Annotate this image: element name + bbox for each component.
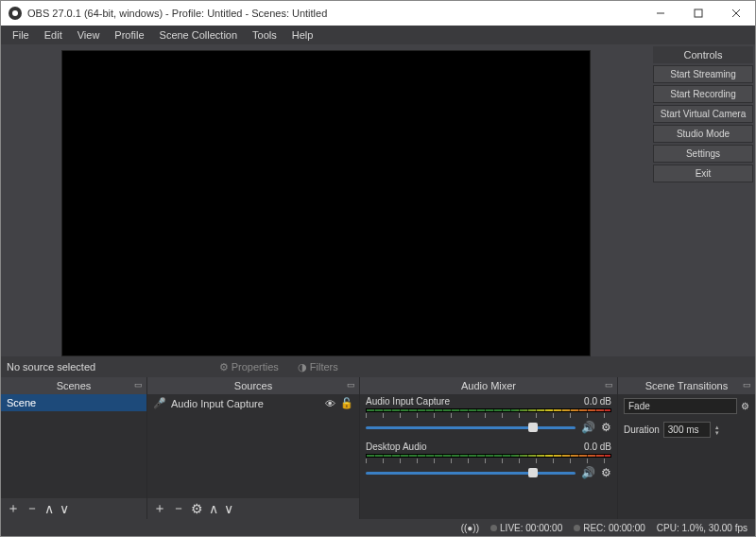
mixer-channel: Audio Input Capture0.0 dB 🔊 ⚙ [360, 394, 617, 440]
source-settings-button[interactable]: ⚙ [191, 501, 203, 516]
mic-icon: 🎤 [153, 397, 166, 409]
live-dot-icon [490, 525, 497, 531]
duration-input[interactable]: 300 ms [663, 422, 711, 438]
preview-canvas[interactable] [61, 50, 591, 356]
app-window: OBS 27.0.1 (64-bit, windows) - Profile: … [0, 0, 756, 537]
source-toolbar: No source selected ⚙Properties ◑Filters [1, 356, 755, 377]
source-label: Audio Input Capture [171, 398, 264, 409]
duration-label: Duration [624, 424, 660, 435]
obs-logo-icon [9, 7, 22, 20]
channel-gear-icon[interactable]: ⚙ [601, 421, 611, 434]
transition-gear-icon[interactable]: ⚙ [741, 401, 749, 411]
start-recording-button[interactable]: Start Recording [653, 85, 753, 103]
channel-db: 0.0 dB [584, 396, 611, 407]
filters-button[interactable]: ◑Filters [292, 359, 344, 375]
add-source-button[interactable]: ＋ [153, 500, 166, 517]
sources-dock: Sources▭ 🎤 Audio Input Capture 👁 🔓 ＋ － ⚙… [147, 377, 360, 519]
remove-scene-button[interactable]: － [26, 500, 39, 517]
svg-rect-1 [695, 9, 702, 17]
menu-profile[interactable]: Profile [107, 27, 151, 43]
scenes-title: Scenes [57, 380, 92, 391]
channel-gear-icon[interactable]: ⚙ [601, 466, 611, 479]
speaker-icon[interactable]: 🔊 [581, 466, 595, 479]
broadcast-icon: ((●)) [461, 523, 479, 533]
statusbar: ((●)) LIVE: 00:00:00 REC: 00:00:00 CPU: … [1, 519, 755, 536]
channel-name: Audio Input Capture [366, 396, 450, 407]
menu-view[interactable]: View [70, 27, 108, 43]
menu-scene-collection[interactable]: Scene Collection [152, 27, 246, 43]
bottom-docks: Scenes▭ Scene ＋ － ∧ ∨ Sources▭ 🎤 Audio I… [1, 377, 755, 519]
minimize-button[interactable] [642, 1, 679, 26]
menubar: File Edit View Profile Scene Collection … [1, 26, 755, 44]
controls-title: Controls [653, 46, 753, 63]
audio-meter [366, 408, 611, 412]
titlebar[interactable]: OBS 27.0.1 (64-bit, windows) - Profile: … [1, 1, 755, 26]
volume-slider[interactable] [366, 426, 576, 429]
scene-down-button[interactable]: ∨ [60, 501, 69, 516]
rec-dot-icon [574, 525, 580, 531]
scene-item[interactable]: Scene [1, 394, 146, 411]
start-virtual-camera-button[interactable]: Start Virtual Camera [653, 105, 753, 123]
source-status: No source selected [7, 361, 206, 372]
duration-spinner[interactable]: ▲▼ [714, 424, 720, 436]
rec-status: REC: 00:00:00 [583, 523, 645, 533]
controls-panel: Controls Start Streaming Start Recording… [651, 44, 755, 356]
transitions-title: Scene Transitions [645, 380, 728, 391]
source-up-button[interactable]: ∧ [209, 501, 218, 516]
source-down-button[interactable]: ∨ [224, 501, 233, 516]
audio-mixer-dock: Audio Mixer▭ Audio Input Capture0.0 dB 🔊… [360, 377, 618, 519]
meter-ticks [366, 413, 611, 418]
channel-name: Desktop Audio [366, 442, 427, 452]
transition-select[interactable]: Fade [624, 398, 737, 414]
speaker-icon[interactable]: 🔊 [581, 421, 595, 434]
audio-meter [366, 454, 611, 458]
volume-slider[interactable] [366, 472, 576, 475]
dock-handle-icon[interactable]: ▭ [605, 380, 613, 390]
menu-edit[interactable]: Edit [37, 27, 70, 43]
menu-help[interactable]: Help [284, 27, 321, 43]
visibility-icon[interactable]: 👁 [325, 398, 335, 409]
source-item[interactable]: 🎤 Audio Input Capture 👁 🔓 [147, 394, 359, 412]
live-status: LIVE: 00:00:00 [500, 523, 562, 533]
properties-button[interactable]: ⚙Properties [214, 359, 284, 375]
studio-mode-button[interactable]: Studio Mode [653, 125, 753, 143]
cpu-status: CPU: 1.0%, 30.00 fps [657, 523, 747, 533]
add-scene-button[interactable]: ＋ [7, 500, 20, 517]
dock-handle-icon[interactable]: ▭ [347, 380, 355, 390]
exit-button[interactable]: Exit [653, 165, 753, 182]
mixer-channel: Desktop Audio0.0 dB 🔊 ⚙ [360, 440, 617, 485]
gear-icon: ⚙ [219, 361, 229, 373]
dock-handle-icon[interactable]: ▭ [134, 380, 143, 390]
lock-icon[interactable]: 🔓 [340, 397, 353, 409]
close-button[interactable] [717, 1, 755, 26]
window-title: OBS 27.0.1 (64-bit, windows) - Profile: … [27, 8, 642, 19]
dock-handle-icon[interactable]: ▭ [743, 380, 751, 390]
menu-file[interactable]: File [5, 27, 37, 43]
meter-ticks [366, 459, 611, 463]
mixer-title: Audio Mixer [461, 380, 516, 391]
channel-db: 0.0 dB [584, 442, 611, 452]
filters-icon: ◑ [298, 361, 307, 373]
scenes-dock: Scenes▭ Scene ＋ － ∧ ∨ [1, 377, 147, 519]
maximize-button[interactable] [679, 1, 717, 26]
settings-button[interactable]: Settings [653, 145, 753, 163]
menu-tools[interactable]: Tools [245, 27, 284, 43]
scene-up-button[interactable]: ∧ [44, 501, 54, 516]
transitions-dock: Scene Transitions▭ Fade ⚙ Duration 300 m… [618, 377, 755, 519]
sources-title: Sources [234, 380, 272, 391]
start-streaming-button[interactable]: Start Streaming [653, 65, 753, 83]
remove-source-button[interactable]: － [172, 500, 185, 517]
